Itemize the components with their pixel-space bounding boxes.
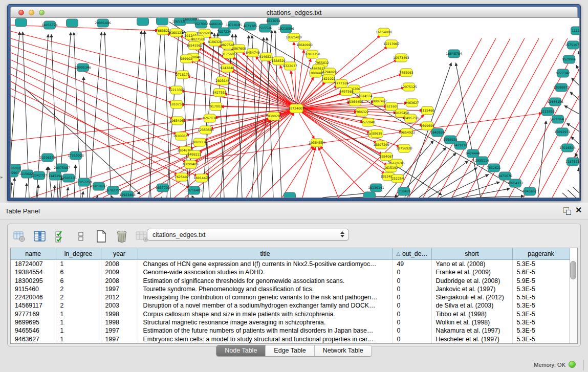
cell-title[interactable]: Embryonic stem cells: a model to study s…	[138, 335, 393, 343]
cell-year[interactable]: 2009	[101, 268, 138, 276]
citation-edge[interactable]	[423, 38, 510, 198]
table-scrollbar-thumb[interactable]	[570, 261, 576, 279]
citation-edge[interactable]	[37, 185, 38, 198]
cell-title[interactable]: Investigating the contribution of common…	[138, 293, 393, 301]
cell-title[interactable]: Corpus callosum shape and size in male p…	[138, 310, 393, 318]
cell-outdeg[interactable]: 0	[393, 285, 431, 293]
cell-year[interactable]: 2003	[101, 301, 138, 310]
cell-name[interactable]: 18724007	[11, 260, 56, 269]
cell-pagerank[interactable]: 5.3E-5	[512, 260, 570, 269]
tab-edge-table[interactable]: Edge Table	[266, 345, 314, 356]
cell-year[interactable]: 2008	[101, 277, 138, 285]
cell-title[interactable]: Estimation of significance thresholds fo…	[138, 277, 393, 285]
cell-pagerank[interactable]: 5.3E-5	[512, 285, 570, 293]
table-row[interactable]: 1872400712008Changes of HCN gene express…	[11, 260, 570, 269]
cell-indeg[interactable]: 1	[56, 260, 101, 269]
table-row[interactable]: 2242004622012Investigating the contribut…	[11, 293, 570, 301]
cell-name[interactable]: 14569117	[11, 301, 56, 310]
column-header-indegree[interactable]: in_degree	[56, 248, 101, 260]
close-panel-icon[interactable]: ✕	[575, 206, 582, 215]
column-header-name[interactable]: name	[11, 248, 56, 260]
table-scrollbar[interactable]	[569, 260, 577, 344]
table-row[interactable]: 1830029562008Estimation of significance …	[11, 277, 570, 285]
citation-edge[interactable]	[82, 191, 83, 198]
column-header-pagerank[interactable]: pagerank	[512, 248, 570, 260]
citation-edge[interactable]	[74, 32, 80, 198]
cell-pagerank[interactable]: 5.3E-5	[512, 310, 570, 318]
cell-year[interactable]: 2012	[101, 293, 138, 301]
citation-edge[interactable]	[46, 167, 48, 198]
citation-edge[interactable]	[476, 196, 524, 198]
network-node[interactable]	[67, 19, 78, 27]
network-node[interactable]	[15, 18, 27, 27]
cell-outdeg[interactable]: 0	[393, 301, 431, 310]
citation-edge[interactable]	[578, 168, 579, 174]
network-node[interactable]	[284, 192, 296, 198]
cell-indeg[interactable]: 1	[56, 335, 101, 343]
cell-outdeg[interactable]: 0	[393, 335, 431, 343]
citation-edge[interactable]	[11, 46, 172, 103]
cell-outdeg[interactable]: 0	[393, 326, 431, 335]
citation-edge[interactable]	[576, 65, 579, 72]
cell-title[interactable]: Structural magnetic resonance image aver…	[138, 318, 393, 326]
network-node[interactable]	[364, 192, 376, 198]
cell-short[interactable]: Nakamura et al. (1997)	[431, 326, 512, 335]
cell-indeg[interactable]: 6	[56, 277, 101, 285]
citation-edge[interactable]	[205, 108, 296, 176]
citation-edge[interactable]	[13, 178, 14, 198]
table-row[interactable]: 1938455462009Genome-wide association stu…	[11, 268, 570, 276]
network-node[interactable]	[157, 18, 168, 25]
citation-edge[interactable]	[568, 190, 576, 198]
cell-year[interactable]: 1997	[101, 285, 138, 293]
network-canvas[interactable]: 1405572420891406106532871603380915276026…	[11, 18, 579, 198]
cell-name[interactable]: 9699695	[11, 318, 56, 326]
citation-edge[interactable]	[231, 71, 296, 108]
cell-name[interactable]: 22420046	[11, 293, 56, 301]
citation-edge[interactable]	[231, 22, 529, 195]
select-columns-icon[interactable]	[33, 230, 47, 243]
citation-edge[interactable]	[67, 187, 68, 198]
cell-pagerank[interactable]: 5.6E-5	[512, 268, 570, 276]
cell-title[interactable]: Tourette syndrome. Phenomenology and cla…	[138, 285, 393, 293]
cell-year[interactable]: 1998	[101, 318, 138, 326]
citation-edge[interactable]	[190, 61, 296, 108]
cell-name[interactable]: 19384554	[11, 268, 56, 276]
citation-edge[interactable]	[11, 60, 177, 134]
rows-icon[interactable]	[74, 230, 88, 243]
citation-edge[interactable]	[11, 53, 173, 119]
cell-name[interactable]: 9463627	[11, 335, 56, 343]
citation-edge[interactable]	[419, 161, 468, 198]
citation-edge[interactable]	[322, 193, 371, 198]
cell-indeg[interactable]: 2	[56, 293, 101, 301]
cell-pagerank[interactable]: 5.3E-5	[512, 318, 570, 326]
cell-year[interactable]: 1997	[101, 326, 138, 335]
cell-short[interactable]: Stergiakouli et al. (2012)	[431, 293, 512, 301]
panel-collapse-arrow[interactable]: ▸	[1, 174, 3, 180]
cell-pagerank[interactable]: 5.3E-5	[512, 301, 570, 310]
cell-name[interactable]: 9465546	[11, 326, 56, 335]
citation-edge[interactable]	[11, 74, 186, 162]
column-header-short[interactable]: short	[431, 248, 512, 260]
cell-title[interactable]: Genome-wide association studies in ADHD.	[138, 268, 393, 276]
citation-edge[interactable]	[573, 187, 579, 194]
cell-title[interactable]: Estimation of the future numbers of pati…	[138, 326, 393, 335]
cell-short[interactable]: Franke et al. (2009)	[431, 268, 512, 276]
cell-pagerank[interactable]: 5.5E-5	[512, 293, 570, 301]
table-row[interactable]: 911546021997Tourette syndrome. Phenomeno…	[11, 285, 570, 293]
citation-edge[interactable]	[167, 31, 179, 198]
cell-short[interactable]: Hescheler et al. (1997)	[431, 335, 512, 343]
citation-edge[interactable]	[564, 105, 579, 114]
cell-short[interactable]: de Silva et al. (2003)	[431, 301, 512, 310]
citation-edge[interactable]	[11, 81, 178, 175]
cell-year[interactable]: 1998	[101, 310, 138, 318]
cell-outdeg[interactable]: 0	[393, 277, 431, 285]
citation-edge[interactable]	[571, 137, 579, 144]
table-row[interactable]: 946362711997Embryonic stem cells: a mode…	[11, 335, 570, 343]
network-node[interactable]	[137, 18, 149, 26]
cell-pagerank[interactable]: 5.3E-5	[512, 326, 570, 335]
citation-edge[interactable]	[129, 31, 141, 198]
cell-name[interactable]: 9777169	[11, 310, 56, 318]
citation-edge[interactable]	[570, 92, 579, 100]
cell-pagerank[interactable]: 5.3E-5	[512, 335, 570, 343]
citation-edge[interactable]	[11, 25, 158, 31]
